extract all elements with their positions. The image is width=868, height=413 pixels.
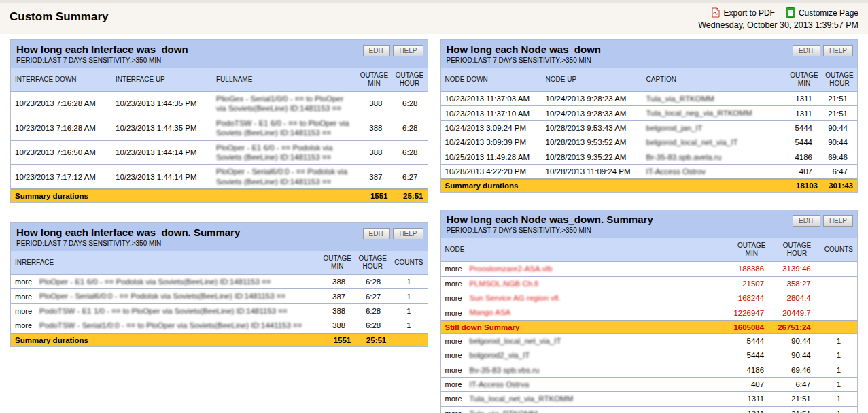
panel-header: How long each Interface was_down PERIOD:… <box>11 40 428 68</box>
help-button[interactable]: HELP <box>823 215 853 227</box>
panel-interface-was-down-summary: How long each Interface was_down. Summar… <box>10 222 428 347</box>
table-row: 10/24/2013 3:09:24 PM 10/28/2013 9:53:43… <box>441 120 858 135</box>
cell-outage-min: 1311 <box>729 392 774 406</box>
table-row: more Tula_via_RTKOMM 1311 21:51 1 <box>441 406 858 413</box>
cell-outage-min: 388 <box>319 303 355 318</box>
interface-summary-table: INRERFACE OUTAGE MIN OUTAGE HOUR COUNTS … <box>11 251 428 346</box>
cell-node-redacted: IT-Access Ostrva <box>466 377 730 391</box>
panel-header: How long each Node was_down. Summary PER… <box>441 210 858 238</box>
more-link[interactable]: more <box>445 395 462 403</box>
cell-outage-hour: 6:28 <box>392 140 428 165</box>
export-pdf-link[interactable]: Export to PDF <box>711 7 775 18</box>
cell-caption-redacted: belgorod_jan_IT <box>642 120 787 135</box>
more-link[interactable]: more <box>445 351 462 359</box>
cell-up-time: 10/23/2013 1:44:14 PM <box>111 165 212 189</box>
cell-outage-min: 388 <box>319 318 355 333</box>
more-link[interactable]: more <box>445 294 462 302</box>
table-row: more belgorod_local_net_via_IT 5444 90:4… <box>441 333 858 348</box>
table-row: 10/23/2013 7:16:28 AM 10/23/2013 1:44:35… <box>11 116 428 140</box>
more-link[interactable]: more <box>15 307 32 315</box>
summary-row: Summary durations 18103 301:43 <box>441 179 858 192</box>
help-button[interactable]: HELP <box>393 228 423 239</box>
help-button[interactable]: HELP <box>823 45 853 56</box>
cell-fullname-redacted: PloOper - Serial6/0:0 - == Podolsk via S… <box>212 165 357 189</box>
cell-down-time: 10/23/2013 11:37:10 AM <box>441 106 542 120</box>
cell-fullname-redacted: PlioGex - Serial1/0/0 - == to PloOper vi… <box>212 92 357 116</box>
cell-outage-min: 1226947 <box>729 305 774 320</box>
table-row: more PloOper - E1 6/0 - == Podolsk via S… <box>11 275 428 289</box>
table-row: 10/23/2013 11:37:03 AM 10/24/2013 9:28:2… <box>441 92 858 106</box>
help-button[interactable]: HELP <box>393 45 423 56</box>
cell-outage-hour: 2804:4 <box>774 291 820 305</box>
cell-down-time: 10/23/2013 7:16:28 AM <box>11 92 111 116</box>
col-node-up: NODE UP <box>542 68 642 92</box>
cell-down-time: 10/28/2013 4:22:20 PM <box>441 164 542 179</box>
cell-node-redacted: Mango ASA <box>466 305 730 320</box>
col-interface-down: INTERFACE DOWN <box>11 68 111 92</box>
cell-down-time: 10/25/2013 11:49:28 AM <box>441 150 542 164</box>
more-link[interactable]: more <box>15 321 32 329</box>
cell-down-time: 10/23/2013 11:37:03 AM <box>441 92 542 106</box>
panel-node-was-down: How long each Node was_down PERIOD:LAST … <box>440 39 858 193</box>
panels-grid: How long each Interface was_down PERIOD:… <box>0 34 868 413</box>
cell-counts: 1 <box>820 363 857 377</box>
more-link[interactable]: more <box>445 337 462 345</box>
cell-outage-hour: 6:28 <box>355 318 390 333</box>
cell-outage-hour: 21:51 <box>822 106 857 120</box>
cell-node-redacted: PLMSOL.NGB Ch.fi <box>466 276 730 291</box>
summary-outage-hour: 25:51 <box>355 333 390 346</box>
page-title: Custom Summary <box>10 10 108 24</box>
col-outage-hour: OUTAGE HOUR <box>774 238 820 262</box>
cell-up-time: 10/24/2013 9:28:23 AM <box>542 92 642 106</box>
cell-outage-hour: 90:44 <box>822 135 857 150</box>
cell-outage-hour: 90:44 <box>774 333 820 348</box>
cell-outage-hour: 6:47 <box>774 377 820 391</box>
cell-down-time: 10/23/2013 7:17:12 AM <box>11 165 111 189</box>
cell-outage-hour: 20449:7 <box>774 305 820 320</box>
col-interface: INRERFACE <box>11 251 319 275</box>
cell-outage-min: 188386 <box>729 262 774 276</box>
cell-outage-min: 387 <box>319 289 355 303</box>
cell-outage-hour: 358:27 <box>774 276 820 291</box>
cell-down-time: 10/23/2013 7:16:28 AM <box>11 116 111 140</box>
panel-title: How long each Node was_down <box>447 44 852 55</box>
edit-button[interactable]: EDIT <box>363 228 391 239</box>
edit-button[interactable]: EDIT <box>363 45 391 56</box>
table-row: more PodoTSW - E1 1/0 - == to PloOper vi… <box>11 303 428 318</box>
more-link[interactable]: more <box>445 280 462 288</box>
cell-counts <box>820 305 857 320</box>
more-link[interactable]: more <box>445 380 462 389</box>
col-outage-hour: OUTAGE HOUR <box>355 251 390 275</box>
more-link[interactable]: more <box>445 410 462 413</box>
cell-counts: 1 <box>390 303 427 318</box>
more-link[interactable]: more <box>445 309 462 317</box>
col-counts: COUNTS <box>820 238 857 262</box>
more-link[interactable]: more <box>445 265 462 273</box>
customize-page-link[interactable]: Customize Page <box>786 7 858 18</box>
col-counts: COUNTS <box>390 251 427 275</box>
cell-outage-min: 5444 <box>729 348 774 363</box>
cell-node-redacted: Prooslomzare2-ASA.vlb <box>466 262 730 276</box>
col-node-down: NODE DOWN <box>441 68 542 92</box>
cell-outage-min: 388 <box>357 92 392 116</box>
cell-up-time: 10/24/2013 9:28:33 AM <box>542 106 642 120</box>
table-row: 10/23/2013 7:16:50 AM 10/23/2013 1:44:14… <box>11 140 428 165</box>
cell-caption-redacted: Br-35-83.spb.avela.ru <box>642 150 787 164</box>
cell-interface-redacted: PodoTSW - Serial1/0:0 - == to PloOper vi… <box>35 318 319 333</box>
more-link[interactable]: more <box>15 278 32 286</box>
table-row: 10/24/2013 3:09:39 PM 10/28/2013 9:53:52… <box>441 135 858 150</box>
panel-node-was-down-summary: How long each Node was_down. Summary PER… <box>440 210 858 413</box>
edit-button[interactable]: EDIT <box>793 45 820 56</box>
summary-row: Summary durations 1551 25:51 <box>11 189 428 202</box>
more-link[interactable]: more <box>445 366 462 374</box>
more-link[interactable]: more <box>15 293 32 301</box>
pdf-icon <box>711 7 721 18</box>
panel-header: How long each Interface was_down. Summar… <box>11 223 428 251</box>
page-header: Custom Summary Export to PDF Customize P… <box>0 3 868 34</box>
col-outage-min: OUTAGE MIN <box>729 238 774 262</box>
edit-button[interactable]: EDIT <box>793 215 820 227</box>
cell-node-redacted: Bv-35-83 spb.vbs.ru <box>466 363 730 377</box>
cell-outage-min: 388 <box>357 140 392 165</box>
cell-outage-min: 388 <box>319 275 355 289</box>
cell-outage-hour: 6:28 <box>392 92 428 116</box>
